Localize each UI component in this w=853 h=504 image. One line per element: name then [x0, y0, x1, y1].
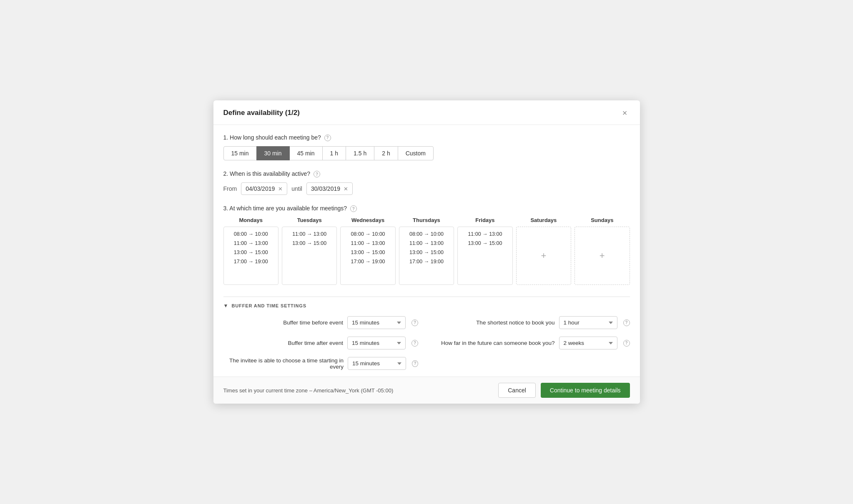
buffer-toggle-icon: ▼ [223, 303, 228, 309]
duration-45min[interactable]: 45 min [289, 146, 323, 160]
from-date-input[interactable]: 04/03/2019 ✕ [241, 182, 287, 195]
modal-footer: Times set in your current time zone – Am… [213, 377, 640, 404]
buffer-select-0[interactable]: None5 minutes10 minutes15 minutes30 minu… [347, 316, 406, 329]
duration-2h[interactable]: 2 h [374, 146, 398, 160]
time-slot[interactable]: 17:00 → 19:00 [408, 258, 445, 265]
time-slot[interactable]: 08:00 → 10:00 [408, 230, 445, 238]
buffer-row-label-4: The invitee is able to choose a time sta… [223, 357, 344, 370]
time-slots-box-mondays: 08:00 → 10:0011:00 → 13:0013:00 → 15:001… [223, 227, 278, 285]
buffer-help-icon-2[interactable]: ? [411, 340, 418, 347]
define-availability-modal: Define availability (1/2) × 1. How long … [213, 100, 640, 404]
from-label: From [223, 185, 237, 192]
modal-header: Define availability (1/2) × [213, 100, 640, 125]
time-slot[interactable]: 11:00 → 13:00 [349, 240, 387, 247]
footer-timezone: Times set in your current time zone – Am… [223, 387, 394, 394]
day-col-saturdays: Saturdays+ [516, 217, 571, 285]
time-slots-box-sundays: + [575, 227, 630, 285]
add-slot-btn-sundays[interactable]: + [596, 250, 608, 262]
day-col-fridays: Fridays11:00 → 13:0013:00 → 15:00 [457, 217, 512, 285]
buffer-row-label-3: How far in the future can someone book y… [441, 340, 554, 346]
time-slot[interactable]: 11:00 → 13:00 [291, 230, 328, 238]
buffer-body: Buffer time before eventNone5 minutes10 … [223, 309, 630, 377]
modal-body: 1. How long should each meeting be? ? 15… [213, 125, 640, 377]
time-slot[interactable]: 17:00 → 19:00 [349, 258, 387, 265]
duration-1-5h[interactable]: 1.5 h [346, 146, 374, 160]
footer-actions: Cancel Continue to meeting details [498, 383, 630, 398]
time-slots-box-saturdays: + [516, 227, 571, 285]
time-slot[interactable]: 11:00 → 13:00 [232, 240, 270, 247]
buffer-select-4[interactable]: 5 minutes10 minutes15 minutes30 minutes1… [348, 357, 406, 370]
section1-label: 1. How long should each meeting be? ? [223, 134, 630, 141]
until-date-clear[interactable]: ✕ [344, 186, 348, 192]
from-date-value: 04/03/2019 [246, 185, 275, 192]
day-header-wednesdays: Wednesdays [340, 217, 395, 223]
buffer-help-icon-1[interactable]: ? [623, 319, 630, 326]
time-slot[interactable]: 11:00 → 13:00 [466, 230, 504, 238]
buffer-row-label-0: Buffer time before event [283, 319, 343, 326]
day-col-wednesdays: Wednesdays08:00 → 10:0011:00 → 13:0013:0… [340, 217, 395, 285]
section2-label: 2. When is this availability active? ? [223, 170, 630, 177]
buffer-row-3: How far in the future can someone book y… [435, 337, 630, 349]
section2-help-icon[interactable]: ? [314, 171, 320, 177]
buffer-select-2[interactable]: None5 minutes10 minutes15 minutes30 minu… [347, 337, 406, 349]
modal-title: Define availability (1/2) [223, 109, 300, 117]
duration-1h[interactable]: 1 h [322, 146, 346, 160]
until-label: until [291, 185, 302, 192]
buffer-section: ▼ BUFFER AND TIME SETTINGS Buffer time b… [223, 297, 630, 377]
day-header-sundays: Sundays [575, 217, 630, 223]
from-date-clear[interactable]: ✕ [278, 186, 283, 192]
duration-custom[interactable]: Custom [398, 146, 434, 160]
section3-label: 3. At which time are you available for m… [223, 205, 630, 212]
time-slots-box-fridays: 11:00 → 13:0013:00 → 15:00 [457, 227, 512, 285]
day-header-thursdays: Thursdays [399, 217, 454, 223]
time-slot[interactable]: 13:00 → 15:00 [232, 249, 270, 256]
close-button[interactable]: × [620, 108, 630, 118]
buffer-row-label-2: Buffer time after event [288, 340, 343, 346]
time-slot[interactable]: 13:00 → 15:00 [349, 249, 387, 256]
date-range-row: From 04/03/2019 ✕ until 30/03/2019 ✕ [223, 182, 630, 195]
duration-group: 15 min 30 min 45 min 1 h 1.5 h 2 h Custo… [223, 146, 630, 160]
time-slots-box-wednesdays: 08:00 → 10:0011:00 → 13:0013:00 → 15:001… [340, 227, 395, 285]
continue-button[interactable]: Continue to meeting details [541, 383, 630, 398]
day-col-thursdays: Thursdays08:00 → 10:0011:00 → 13:0013:00… [399, 217, 454, 285]
buffer-select-3[interactable]: 1 week2 weeks1 month2 months6 months1 ye… [559, 337, 617, 349]
buffer-row-1: The shortest notice to book youNone30 mi… [435, 316, 630, 329]
buffer-help-icon-3[interactable]: ? [623, 340, 630, 347]
until-date-input[interactable]: 30/03/2019 ✕ [306, 182, 353, 195]
day-header-mondays: Mondays [223, 217, 278, 223]
day-col-tuesdays: Tuesdays11:00 → 13:0013:00 → 15:00 [282, 217, 337, 285]
buffer-help-icon-0[interactable]: ? [411, 319, 418, 326]
time-slot[interactable]: 08:00 → 10:00 [349, 230, 387, 238]
time-slots-box-thursdays: 08:00 → 10:0011:00 → 13:0013:00 → 15:001… [399, 227, 454, 285]
time-slots-box-tuesdays: 11:00 → 13:0013:00 → 15:00 [282, 227, 337, 285]
time-slot[interactable]: 13:00 → 15:00 [291, 240, 328, 247]
time-slot[interactable]: 13:00 → 15:00 [408, 249, 445, 256]
buffer-section-header[interactable]: ▼ BUFFER AND TIME SETTINGS [223, 297, 630, 309]
buffer-help-icon-4[interactable]: ? [412, 360, 418, 367]
duration-15min[interactable]: 15 min [223, 146, 257, 160]
time-slot[interactable]: 11:00 → 13:00 [408, 240, 445, 247]
buffer-section-title: BUFFER AND TIME SETTINGS [231, 303, 306, 308]
day-header-fridays: Fridays [457, 217, 512, 223]
time-grid: Mondays08:00 → 10:0011:00 → 13:0013:00 →… [223, 217, 630, 285]
day-header-tuesdays: Tuesdays [282, 217, 337, 223]
until-date-value: 30/03/2019 [311, 185, 340, 192]
buffer-row-4: The invitee is able to choose a time sta… [223, 357, 419, 370]
day-col-mondays: Mondays08:00 → 10:0011:00 → 13:0013:00 →… [223, 217, 278, 285]
day-col-sundays: Sundays+ [575, 217, 630, 285]
time-slot[interactable]: 17:00 → 19:00 [232, 258, 270, 265]
duration-30min[interactable]: 30 min [256, 146, 290, 160]
section1-help-icon[interactable]: ? [324, 135, 331, 141]
buffer-row-label-1: The shortest notice to book you [476, 319, 554, 326]
time-slot[interactable]: 08:00 → 10:00 [232, 230, 270, 238]
day-header-saturdays: Saturdays [516, 217, 571, 223]
cancel-button[interactable]: Cancel [498, 383, 536, 398]
buffer-row-0: Buffer time before eventNone5 minutes10 … [223, 316, 419, 329]
section3-help-icon[interactable]: ? [350, 205, 357, 212]
buffer-select-1[interactable]: None30 minutes1 hour2 hours4 hours8 hour… [559, 316, 617, 329]
time-slot[interactable]: 13:00 → 15:00 [466, 240, 504, 247]
add-slot-btn-saturdays[interactable]: + [538, 250, 549, 262]
buffer-row-2: Buffer time after eventNone5 minutes10 m… [223, 337, 419, 349]
